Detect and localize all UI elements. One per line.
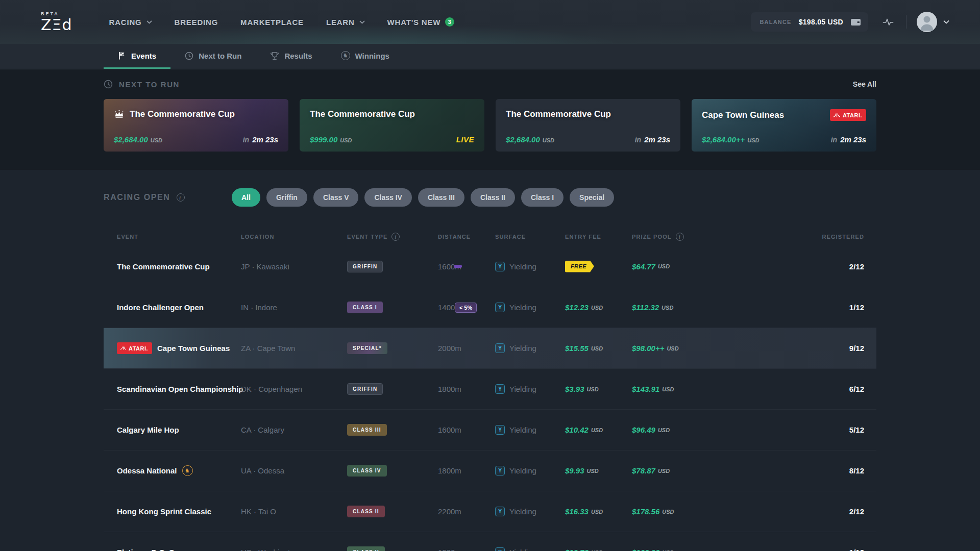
event-row[interactable]: Scandinavian Open ChampionshipDK · Copen… [104, 368, 876, 409]
event-distance: 2200m [438, 507, 495, 516]
nav-marketplace[interactable]: MARKETPLACE [240, 18, 304, 27]
event-name-cell: Scandinavian Open Championship [117, 385, 241, 393]
clock-icon [104, 80, 113, 89]
registered-count: 5/12 [785, 425, 864, 434]
event-surface: YYielding [495, 547, 565, 551]
nav-whats-new[interactable]: WHAT'S NEW 3 [387, 17, 455, 27]
sub-nav-tabs: Events Next to Run Results ♞ Winnings [104, 44, 876, 69]
nav-breeding[interactable]: BREEDING [175, 18, 218, 27]
prize-pool-cell: $96.49USD [632, 425, 785, 434]
event-surface: YYielding [495, 466, 565, 475]
filter-pill-class-iii[interactable]: Class III [418, 188, 464, 207]
surface-condition-icon: Y [495, 425, 505, 435]
event-name: Calgary Mile Hop [117, 425, 179, 434]
race-card-countdown: in2m 23s [635, 135, 670, 144]
zed-logo[interactable]: BETA ZΞd [41, 12, 72, 33]
race-card-countdown: in2m 23s [831, 135, 866, 144]
account-menu[interactable] [917, 12, 949, 32]
horse-icon: ♞ [182, 465, 193, 476]
event-row[interactable]: Indore Challenger OpenIN · IndoreCLASS I… [104, 287, 876, 328]
event-row[interactable]: ATARI.Cape Town GuineasZA · Cape TownSPE… [104, 328, 876, 368]
entry-fee-cell: $9.93USD [565, 466, 632, 475]
event-type-badge: CLASS III [347, 424, 387, 436]
event-name-cell: The Commemorative Cup [117, 262, 241, 271]
event-row[interactable]: Odessa National♞UA · OdessaCLASS IV1800m… [104, 450, 876, 491]
event-type-badge: SPECIAL* [347, 342, 387, 354]
event-row[interactable]: Hong Kong Sprint ClassicHK · Tai OCLASS … [104, 491, 876, 532]
event-location: JP · Kawasaki [241, 262, 347, 271]
prize-pool-cell: $64.77USD [632, 262, 785, 271]
tab-next-to-run[interactable]: Next to Run [170, 44, 256, 69]
race-card-prize: $2,684.00USD [506, 135, 554, 144]
column-header: SURFACE [495, 234, 565, 240]
info-icon[interactable]: i [177, 193, 185, 202]
surface-condition-icon: Y [495, 262, 505, 271]
tab-events[interactable]: Events [104, 44, 170, 69]
balance-button[interactable]: BALANCE $198.05 USD [751, 12, 868, 32]
column-header: DISTANCE [438, 234, 495, 240]
event-name: Hong Kong Sprint Classic [117, 507, 211, 516]
info-icon[interactable]: i [676, 233, 684, 241]
info-icon[interactable]: i [391, 233, 400, 241]
entry-fee-cell: $12.23USD [565, 303, 632, 312]
registered-count: 1/12 [785, 303, 864, 312]
column-header: ENTRY FEE [565, 234, 632, 240]
event-type-badge: CLASS IV [347, 465, 387, 477]
column-header: EVENT TYPEi [347, 233, 438, 241]
event-name: Scandinavian Open Championship [117, 385, 243, 393]
filter-pill-special[interactable]: Special [570, 188, 614, 207]
event-type-cell: CLASS II [347, 506, 438, 517]
zed-logo-text: ZΞd [41, 17, 72, 33]
event-location: UA · Odessa [241, 466, 347, 475]
race-card[interactable]: Cape Town Guineas ATARI. $2,684.00++USD … [692, 99, 876, 152]
event-type-cell: CLASS IV [347, 465, 438, 477]
event-location: DK · Copenhagen [241, 385, 347, 393]
event-distance: 1800m [438, 385, 495, 393]
trophy-icon [270, 52, 279, 60]
prize-pool-cell: $143.91USD [632, 385, 785, 393]
nav-learn[interactable]: LEARN [326, 18, 365, 27]
entry-fee-cell: $16.33USD [565, 507, 632, 516]
live-badge: LIVE [456, 135, 474, 144]
race-card[interactable]: The Commemorative Cup $2,684.00USD in2m … [104, 99, 288, 152]
distance-badge: < 5% [455, 303, 477, 313]
event-type-badge: GRIFFIN [347, 261, 383, 272]
event-location: ZA · Cape Town [241, 344, 347, 353]
event-location: US · Washington [241, 548, 347, 551]
event-distance: 1600m [438, 262, 495, 271]
surface-condition-icon: Y [495, 343, 505, 353]
tab-winnings[interactable]: ♞ Winnings [327, 44, 404, 69]
event-type-badge: CLASS V [347, 546, 385, 551]
filter-pill-class-v[interactable]: Class V [313, 188, 359, 207]
race-card-prize: $2,684.00USD [114, 135, 162, 144]
atari-sponsor-badge: ATARI. [117, 342, 152, 354]
atari-logo-icon [120, 345, 127, 351]
primary-nav: RACING BREEDING MARKETPLACE LEARN WHAT'S… [109, 17, 455, 27]
racing-open-title: RACING OPEN i [104, 193, 232, 202]
filter-pill-class-i[interactable]: Class I [521, 188, 564, 207]
event-name: Odessa National [117, 466, 177, 475]
event-surface: YYielding [495, 262, 565, 271]
race-card-countdown: in2m 23s [243, 135, 278, 144]
filter-pill-class-ii[interactable]: Class II [471, 188, 515, 207]
free-entry-badge: FREE [565, 261, 594, 272]
race-card[interactable]: The Commemorative Cup $2,684.00USD in2m … [496, 99, 680, 152]
event-row[interactable]: Calgary Mile HopCA · CalgaryCLASS III160… [104, 409, 876, 450]
see-all-link[interactable]: See All [853, 80, 876, 88]
event-row[interactable]: Platinum D.C. CupUS · WashingtonCLASS V1… [104, 532, 876, 551]
activity-pulse-icon[interactable] [883, 17, 896, 27]
table-header-row: EVENTLOCATIONEVENT TYPEiDISTANCESURFACEE… [104, 228, 876, 246]
event-row[interactable]: The Commemorative CupJP · KawasakiGRIFFI… [104, 246, 876, 287]
race-card[interactable]: The Commemorative Cup $999.00USD LIVE [300, 99, 484, 152]
filter-pill-class-iv[interactable]: Class IV [364, 188, 411, 207]
avatar [917, 12, 937, 32]
events-table-body: The Commemorative CupJP · KawasakiGRIFFI… [104, 246, 876, 551]
event-type-cell: CLASS V [347, 546, 438, 551]
filter-pill-griffin[interactable]: Griffin [266, 188, 307, 207]
filter-pill-all[interactable]: All [232, 188, 260, 207]
event-distance: 2000m [438, 344, 495, 353]
tab-results[interactable]: Results [256, 44, 326, 69]
clock-icon [185, 52, 193, 60]
whats-new-badge: 3 [445, 17, 454, 27]
nav-racing[interactable]: RACING [109, 18, 152, 27]
